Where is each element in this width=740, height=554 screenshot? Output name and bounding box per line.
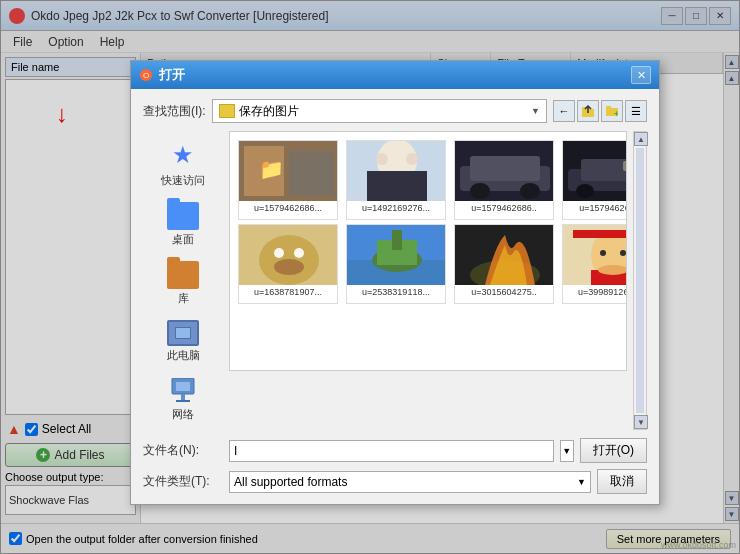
filetype-label: 文件类型(T):: [143, 473, 223, 490]
file-thumb-4[interactable]: u=1579462686,.: [562, 140, 627, 220]
dialog-title-bar: O 打开 ✕: [131, 61, 659, 89]
library-icon: [167, 261, 199, 289]
file-thumb-2[interactable]: u=1492169276...: [346, 140, 446, 220]
thumb-label-5: u=1638781907...: [252, 285, 324, 300]
dialog-title-text: 打开: [159, 66, 185, 84]
svg-point-34: [274, 248, 284, 258]
desktop-icon: [167, 202, 199, 230]
quick-access-icon: ★: [167, 139, 199, 171]
file-thumb-3[interactable]: u=1579462686..: [454, 140, 554, 220]
thumb-label-4: u=1579462686,.: [577, 201, 627, 216]
dialog-scroll-thumb: [636, 148, 644, 413]
nav-library[interactable]: 库: [143, 257, 223, 310]
svg-rect-6: [606, 106, 611, 109]
dialog-scroll-up[interactable]: ▲: [634, 132, 648, 146]
filename-field[interactable]: I: [229, 440, 554, 462]
back-button[interactable]: ←: [553, 100, 575, 122]
dialog-body: 查找范围(I): 保存的图片 ▼ ←: [131, 89, 659, 504]
file-thumb-6[interactable]: u=2538319118...: [346, 224, 446, 304]
svg-point-50: [620, 250, 626, 256]
nav-quick-access[interactable]: ★ 快速访问: [143, 135, 223, 192]
nav-desktop[interactable]: 桌面: [143, 198, 223, 251]
svg-point-36: [274, 259, 304, 275]
svg-rect-11: [176, 400, 190, 402]
filetype-dropdown[interactable]: All supported formats ▼: [229, 471, 591, 493]
filetype-dropdown-arrow-icon: ▼: [577, 477, 586, 487]
thumb-img-6: [347, 225, 445, 285]
svg-point-29: [576, 184, 594, 198]
file-grid-container: ★ 快速访问 桌面 库: [143, 131, 647, 430]
svg-rect-18: [367, 171, 427, 201]
network-icon: [167, 377, 199, 405]
svg-rect-14: [289, 151, 334, 196]
nav-quick-access-label: 快速访问: [161, 173, 205, 188]
svg-rect-41: [392, 230, 402, 250]
thumb-img-4: [563, 141, 627, 201]
cancel-button[interactable]: 取消: [597, 469, 647, 494]
file-thumb-7[interactable]: u=3015604275..: [454, 224, 554, 304]
svg-rect-23: [470, 156, 540, 181]
views-button[interactable]: ☰: [625, 100, 647, 122]
svg-point-25: [520, 183, 540, 199]
svg-point-19: [376, 153, 388, 165]
location-label: 查找范围(I):: [143, 103, 206, 120]
dialog-title-left: O 打开: [139, 66, 185, 84]
file-grid-row-2: u=1638781907...: [238, 224, 618, 304]
file-grid-row-1: 📁 u=1579462686...: [238, 140, 618, 220]
file-grid: 📁 u=1579462686...: [229, 131, 627, 371]
filename-label: 文件名(N):: [143, 442, 223, 459]
nav-computer[interactable]: 此电脑: [143, 316, 223, 367]
dialog-left-nav: ★ 快速访问 桌面 库: [143, 131, 223, 430]
location-text: 保存的图片: [239, 103, 527, 120]
svg-rect-47: [573, 230, 627, 238]
create-folder-button[interactable]: +: [601, 100, 623, 122]
nav-library-label: 库: [178, 291, 189, 306]
svg-point-20: [406, 153, 418, 165]
location-folder-icon: [219, 104, 235, 118]
thumb-label-6: u=2538319118...: [360, 285, 432, 300]
computer-icon: [167, 320, 199, 346]
open-button[interactable]: 打开(O): [580, 438, 647, 463]
dialog-app-icon: O: [139, 68, 153, 82]
filename-dropdown-arrow[interactable]: ▼: [560, 440, 574, 462]
filetype-value: All supported formats: [234, 475, 347, 489]
svg-point-48: [598, 265, 627, 275]
svg-rect-31: [623, 161, 627, 171]
nav-computer-label: 此电脑: [167, 348, 200, 363]
filename-row: 文件名(N): I ▼ 打开(O): [143, 438, 647, 463]
location-dropdown[interactable]: 保存的图片 ▼: [212, 99, 547, 123]
thumb-label-2: u=1492169276...: [360, 201, 432, 216]
thumb-img-1: 📁: [239, 141, 337, 201]
svg-text:📁: 📁: [259, 157, 284, 181]
filetype-row: 文件类型(T): All supported formats ▼ 取消: [143, 469, 647, 494]
thumb-img-2: [347, 141, 445, 201]
file-input-rows: 文件名(N): I ▼ 打开(O) 文件类型(T): All supported…: [143, 438, 647, 494]
location-row: 查找范围(I): 保存的图片 ▼ ←: [143, 99, 647, 123]
dialog-overlay: O 打开 ✕ 查找范围(I): 保存的图片 ▼ ←: [0, 0, 740, 554]
thumb-label-7: u=3015604275..: [469, 285, 538, 300]
svg-rect-10: [181, 394, 185, 400]
dialog-scroll-down[interactable]: ▼: [634, 415, 648, 429]
svg-text:O: O: [143, 71, 149, 80]
folder-up-button[interactable]: [577, 100, 599, 122]
thumb-img-5: [239, 225, 337, 285]
dialog-close-button[interactable]: ✕: [631, 66, 651, 84]
file-thumb-5[interactable]: u=1638781907...: [238, 224, 338, 304]
app-window: Okdo Jpeg Jp2 J2k Pcx to Swf Converter […: [0, 0, 740, 554]
svg-point-49: [600, 250, 606, 256]
dialog-toolbar: ←: [553, 100, 647, 122]
create-folder-icon: +: [606, 105, 618, 117]
thumb-img-3: [455, 141, 553, 201]
file-thumb-8[interactable]: u=3998912620...: [562, 224, 627, 304]
svg-rect-9: [176, 382, 190, 391]
file-thumb-1[interactable]: 📁 u=1579462686...: [238, 140, 338, 220]
svg-rect-28: [581, 159, 627, 181]
thumb-label-3: u=1579462686..: [469, 201, 538, 216]
nav-network-label: 网络: [172, 407, 194, 422]
svg-text:+: +: [614, 109, 618, 117]
svg-point-24: [470, 183, 490, 199]
thumb-label-1: u=1579462686...: [252, 201, 324, 216]
open-file-dialog: O 打开 ✕ 查找范围(I): 保存的图片 ▼ ←: [130, 60, 660, 505]
thumb-img-8: [563, 225, 627, 285]
nav-network[interactable]: 网络: [143, 373, 223, 426]
